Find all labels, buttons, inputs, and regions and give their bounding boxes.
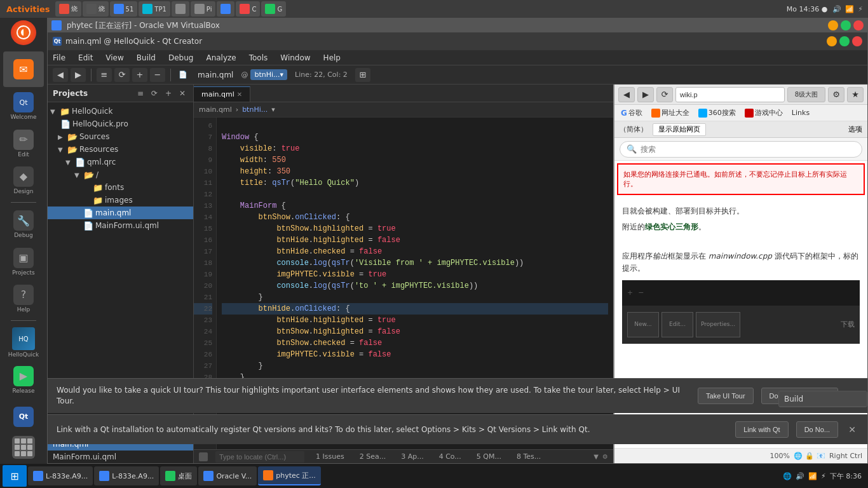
sidebar-item-qt[interactable]: Qt — [3, 399, 44, 435]
toolbar-forward-btn[interactable]: ▶ — [71, 68, 86, 82]
sidebar-item-email[interactable]: ✉ — [3, 51, 44, 87]
translate-options-btn[interactable]: 选项 — [848, 125, 862, 134]
toolbar-remove-btn[interactable]: − — [150, 68, 165, 82]
sidebar-item-projects[interactable]: ▣ Projects — [3, 243, 44, 279]
sidebar-item-edit[interactable]: ✏ Edit — [3, 126, 44, 161]
translate-bar: （简体） 显示原始网页 选项 — [614, 121, 867, 138]
browser-refresh-btn[interactable]: ⟳ — [656, 87, 673, 102]
show-original-btn[interactable]: 显示原始网页 — [653, 123, 706, 136]
project-tree: ▼ 📁 HelloQuick 📄 HelloQuick.pro ▶ 📂 — [48, 102, 193, 420]
sidebar-item-debug[interactable]: 🔧 Debug — [3, 207, 44, 242]
sidebar-item-helloquick[interactable]: HQ HelloQuick — [3, 325, 44, 360]
tree-qmlqrc[interactable]: ▼ 📄 qml.qrc — [48, 156, 193, 168]
projects-panel-sync-btn[interactable]: ⟳ — [149, 88, 160, 99]
tab-app4[interactable]: 4 Co... — [435, 452, 465, 461]
notification-overlay: Build Would you like to take a quick UI … — [194, 378, 613, 444]
tree-mainqml[interactable]: 📄 main.qml — [48, 207, 193, 219]
toolbar-back-btn[interactable]: ◀ — [53, 68, 68, 82]
toolbar-filter-btn[interactable]: ≡ — [97, 68, 112, 82]
taskbar-app-6[interactable]: Pi — [191, 1, 216, 17]
tree-images[interactable]: 📁 images — [48, 194, 193, 207]
tab-qm[interactable]: 5 QM... — [473, 452, 505, 461]
tab-mainqml-close[interactable]: ✕ — [237, 91, 242, 98]
browser-zoom-btn[interactable]: 8级大图 — [787, 87, 825, 102]
vbox-minimize-btn[interactable] — [828, 20, 838, 30]
browser-forward-btn[interactable]: ▶ — [637, 87, 654, 102]
tree-helloquick[interactable]: ▼ 📁 HelloQuick — [48, 105, 193, 118]
taskbar-item-desktop[interactable]: 桌面 — [160, 466, 197, 485]
qt-close-btn[interactable] — [852, 36, 862, 46]
taskbar-item-l833-2[interactable]: L-833e.A9... — [94, 466, 159, 485]
sidebar-apps-btn[interactable] — [12, 436, 35, 464]
browser-url-input[interactable] — [675, 87, 785, 102]
taskbar-item-l833-1[interactable]: L-833e.A9... — [28, 466, 93, 485]
toolbar-sync-btn[interactable]: ⟳ — [114, 68, 130, 82]
menu-window[interactable]: Window — [278, 53, 313, 62]
taskbar-app-5[interactable] — [172, 1, 189, 17]
browser-search-input[interactable] — [641, 145, 855, 154]
menu-analyze[interactable]: Analyze — [203, 53, 238, 62]
tree-fonts[interactable]: 📁 fonts — [48, 181, 193, 194]
toolbar-expand-btn[interactable]: ⊞ — [355, 68, 370, 82]
gnome-sidebar: ✉ Qt Welcome ✏ Edit ◆ Design 🔧 Debug ▣ P… — [0, 18, 47, 464]
tree-mainform[interactable]: 📄 MainForm.ui.qml — [48, 219, 193, 232]
taskbar-item-oracle[interactable]: Oracle V... — [198, 466, 257, 485]
open-doc-mainform[interactable]: MainForm.ui.qml — [48, 451, 193, 463]
qt-maximize-btn[interactable] — [839, 36, 850, 46]
menu-file[interactable]: File — [50, 53, 68, 62]
vbox-title: phytec [正在运行] - Oracle VM VirtualBox — [67, 20, 825, 31]
taskbar-app-4[interactable]: TP1 — [139, 1, 170, 17]
taskbar-item-phytec[interactable]: phytec 正... — [258, 466, 321, 485]
menu-debug[interactable]: Debug — [166, 53, 196, 62]
editor-header: main.qml › btnHi... ▾ — [194, 102, 613, 118]
projects-panel-filter-btn[interactable]: ≡ — [135, 88, 146, 99]
tab-tes[interactable]: 8 Tes... — [513, 452, 545, 461]
sidebar-item-release[interactable]: ▶ Release — [3, 362, 44, 397]
tab-search[interactable]: 2 Sea... — [356, 452, 390, 461]
bookmark-google[interactable]: G 谷歌 — [618, 108, 645, 118]
vbox-close-btn[interactable] — [853, 20, 864, 30]
browser-star-btn[interactable]: ★ — [847, 87, 864, 102]
bookmark-urls[interactable]: 网址大全 — [649, 108, 692, 118]
menu-build[interactable]: Build — [134, 53, 158, 62]
locate-input[interactable] — [215, 451, 304, 463]
sidebar-item-help[interactable]: ? Help — [3, 281, 44, 316]
taskbar-app-9[interactable]: G — [261, 1, 286, 17]
tab-mainqml[interactable]: main.qml ✕ — [194, 86, 250, 102]
menu-edit[interactable]: Edit — [76, 53, 95, 62]
helloquick-icon: HQ — [12, 327, 35, 350]
bookmark-360[interactable]: 360搜索 — [696, 108, 738, 118]
tree-sources[interactable]: ▶ 📂 Sources — [48, 130, 193, 143]
vbox-maximize-btn[interactable] — [841, 20, 851, 30]
start-button[interactable]: ⊞ — [3, 465, 27, 487]
bookmark-games[interactable]: 游戏中心 — [742, 108, 785, 118]
sidebar-item-design[interactable]: ◆ Design — [3, 163, 44, 198]
taskbar-app-2[interactable]: 烧 — [83, 1, 109, 17]
qt-menubar: File Edit View Build Debug Analyze Tools… — [48, 50, 867, 65]
tab-issues[interactable]: 1 Issues — [312, 452, 348, 461]
browser-back-btn[interactable]: ◀ — [618, 87, 635, 102]
tab-app3[interactable]: 3 Ap... — [397, 452, 428, 461]
browser-search-icon: 🔍 — [627, 144, 637, 154]
taskbar-app-3[interactable]: 51 — [110, 1, 138, 17]
taskbar-app-8[interactable]: C — [236, 1, 260, 17]
taskbar-app-7[interactable] — [217, 1, 234, 17]
browser-zoom-level: 100% — [770, 452, 790, 460]
sidebar-item-welcome[interactable]: Qt Welcome — [3, 88, 44, 124]
toolbar-add-btn[interactable]: + — [132, 68, 147, 82]
menu-help[interactable]: Help — [321, 53, 343, 62]
toolbar-location-btn[interactable]: btnHi...▾ — [250, 69, 287, 80]
qt-minimize-btn[interactable] — [827, 36, 837, 46]
activities-button[interactable]: Activities — [3, 1, 54, 17]
projects-panel-close-btn[interactable]: ✕ — [177, 88, 188, 99]
taskbar-app-1[interactable]: 烧 — [55, 1, 81, 17]
tree-helloquick-pro[interactable]: 📄 HelloQuick.pro — [48, 118, 193, 130]
tree-slash[interactable]: ▼ 📂 / — [48, 168, 193, 181]
bookmark-links[interactable]: Links — [789, 109, 812, 117]
tree-resources[interactable]: ▼ 📂 Resources — [48, 143, 193, 156]
browser-settings-btn[interactable]: ⚙ — [828, 87, 844, 102]
projects-panel-add-btn[interactable]: + — [163, 88, 174, 99]
menu-tools[interactable]: Tools — [247, 53, 271, 62]
menu-view[interactable]: View — [103, 53, 126, 62]
lang-simple-chinese[interactable]: （简体） — [620, 125, 648, 134]
